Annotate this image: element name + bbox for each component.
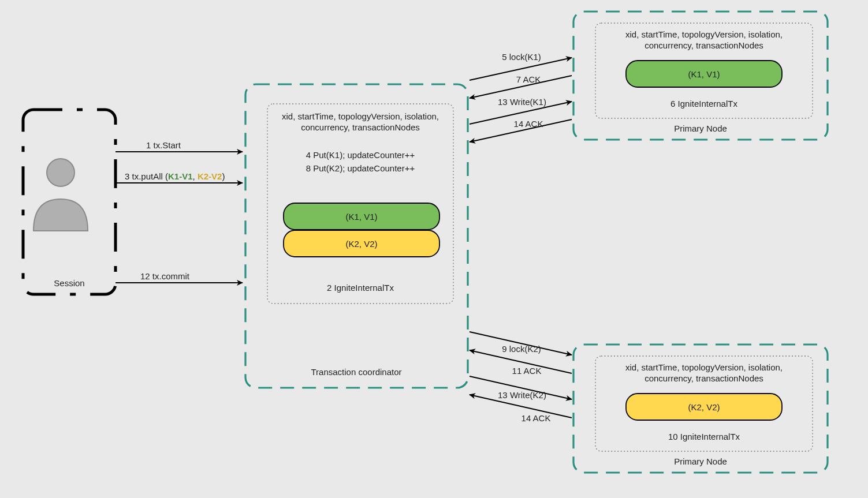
label-ack11: 11 ACK	[512, 366, 542, 376]
pn2-internal: 10 IgniteInternalTx	[668, 432, 740, 441]
pn1-internal: 6 IgniteInternalTx	[670, 99, 737, 108]
label-tx-commit: 12 tx.commit	[140, 271, 190, 281]
coord-header-1: xid, startTime, topologyVersion, isolati…	[282, 111, 439, 121]
pn1-title: Primary Node	[674, 123, 727, 133]
pn1-kv: (K1, V1)	[688, 69, 720, 79]
pn2-header-2: concurrency, transactionNodes	[645, 373, 763, 383]
coord-internal: 2 IgniteInternalTx	[327, 283, 394, 293]
pn2-header-1: xid, startTime, topologyVersion, isolati…	[625, 362, 783, 372]
svg-point-1	[47, 159, 74, 186]
coord-title: Transaction coordinator	[311, 367, 401, 377]
pn2-title: Primary Node	[674, 456, 727, 466]
pn2-kv: (K2, V2)	[688, 402, 720, 412]
coord-put1: 4 Put(K1); updateCounter++	[306, 150, 415, 160]
label-lock-k2: 9 lock(K2)	[502, 344, 541, 354]
label-ack7: 7 ACK	[516, 74, 541, 84]
coord-put2: 8 Put(K2); updateCounter++	[306, 163, 415, 173]
label-ack14b: 14 ACK	[521, 413, 551, 423]
coord-header-2: concurrency, transactionNodes	[301, 122, 420, 132]
label-ack14a: 14 ACK	[514, 119, 543, 129]
pn1-header-1: xid, startTime, topologyVersion, isolati…	[625, 29, 783, 39]
session-label: Session	[54, 278, 84, 288]
label-write-k2: 13 Write(K2)	[498, 390, 546, 400]
diagram-canvas: Session xid, startTime, topologyVersion,…	[0, 0, 868, 498]
coord-kv1: (K1, V1)	[345, 212, 377, 222]
coord-kv2: (K2, V2)	[345, 239, 377, 249]
label-write-k1: 13 Write(K1)	[498, 97, 546, 107]
label-tx-start: 1 tx.Start	[146, 140, 181, 150]
label-tx-putall: 3 tx.putAll (K1-V1, K2-V2)	[125, 171, 225, 181]
pn1-header-2: concurrency, transactionNodes	[645, 40, 763, 50]
label-lock-k1: 5 lock(K1)	[502, 52, 541, 62]
